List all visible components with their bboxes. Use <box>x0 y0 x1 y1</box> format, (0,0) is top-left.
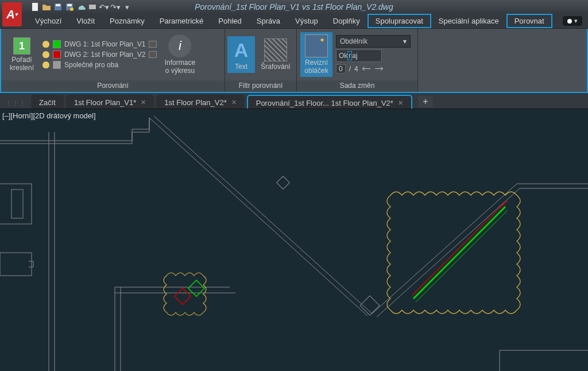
legend-dwg1[interactable]: DWG 1: 1st Floor Plan_V1 <box>42 40 157 48</box>
menu-specialni[interactable]: Speciální aplikace <box>431 14 506 28</box>
revcloud-button[interactable]: Revizníobláček <box>300 32 332 77</box>
qat-dropdown-icon[interactable]: ▾ <box>122 2 132 12</box>
shape-dropdown[interactable]: Obdélník▾ <box>336 35 411 48</box>
svg-rect-12 <box>188 280 204 296</box>
panel-title-filter: Filtr porovnání <box>225 80 296 92</box>
drawing-viewport[interactable]: [–][Horní][2D drátový model] <box>0 109 588 371</box>
swatch-grey[interactable] <box>53 61 61 69</box>
chevron-down-icon: ▾ <box>403 37 407 45</box>
menu-doplnky[interactable]: Doplňky <box>326 14 368 28</box>
file-tabs: ⋮⋮⋮ Začít 1st Floor Plan_V1*✕ 1st Floor … <box>0 93 588 109</box>
bulb-icon[interactable] <box>42 61 49 68</box>
hatch-icon <box>264 38 287 61</box>
change-counter: 0 <box>336 64 346 74</box>
svg-rect-2 <box>56 4 60 6</box>
file-tab-v2[interactable]: 1st Floor Plan_V2*✕ <box>156 95 244 109</box>
ribbon-compare: 1 Pořadíkreslení DWG 1: 1st Floor Plan_V… <box>0 29 588 93</box>
menu-pohled[interactable]: Pohled <box>211 14 249 28</box>
menu-poznamky[interactable]: Poznámky <box>102 14 152 28</box>
close-icon[interactable]: ✕ <box>141 99 146 106</box>
svg-line-14 <box>416 210 508 302</box>
svg-line-15 <box>412 203 504 295</box>
window-title: Porovnání_1st Floor Plan_V1 vs 1st Floor… <box>195 2 393 11</box>
legend-dwg1-label: DWG 1: 1st Floor Plan_V1 <box>64 40 145 48</box>
menu-porovnat[interactable]: Porovnat <box>506 14 552 28</box>
quick-access-toolbar: ↶▾ ↷▾ ▾ <box>30 2 132 12</box>
svg-rect-7 <box>11 190 23 218</box>
legend-dwg2-label: DWG 2: 1st Floor Plan_V2 <box>64 51 145 59</box>
drawing-info-button[interactable]: i Informaceo výkresu <box>161 34 198 75</box>
menu-spolupracovat[interactable]: Spolupracovat <box>368 14 431 28</box>
svg-line-13 <box>413 207 505 299</box>
menu-vystup[interactable]: Výstup <box>288 14 326 28</box>
title-bar: A▾ ↶▾ ↷▾ ▾ Porovnání_1st Floor Plan_V1 v… <box>0 0 588 14</box>
revcloud-icon <box>305 34 328 57</box>
new-tab-button[interactable]: + <box>418 96 433 107</box>
cloud-icon[interactable] <box>76 2 86 12</box>
app-logo[interactable]: A▾ <box>2 2 22 26</box>
svg-rect-6 <box>89 5 96 9</box>
menu-vychozi[interactable]: Výchozí <box>28 14 69 28</box>
close-icon[interactable]: ✕ <box>398 99 403 107</box>
login-pill[interactable]: ▾ <box>563 16 582 26</box>
text-filter-button[interactable]: A Text <box>227 36 255 73</box>
plot-icon[interactable] <box>87 2 98 12</box>
menu-parametricke[interactable]: Parametrické <box>152 14 211 28</box>
svg-rect-4 <box>67 4 72 6</box>
draw-order-icon: 1 <box>13 37 30 55</box>
menu-sprava[interactable]: Správa <box>249 14 288 28</box>
compare-legend: DWG 1: 1st Floor Plan_V1 DWG 2: 1st Floo… <box>42 40 157 69</box>
svg-point-5 <box>70 7 74 11</box>
prev-change-button[interactable]: 🡐 <box>362 64 371 74</box>
save-icon[interactable] <box>53 2 63 12</box>
legend-common[interactable]: Společné pro oba <box>42 61 157 69</box>
folder-icon[interactable] <box>149 51 157 58</box>
folder-icon[interactable] <box>149 41 157 48</box>
file-tab-compare[interactable]: Porovnání_1st Floor... 1st Floor Plan_V2… <box>247 95 412 109</box>
menu-bar: Výchozí Vložit Poznámky Parametrické Poh… <box>0 14 588 29</box>
new-icon[interactable] <box>30 2 40 12</box>
next-change-button[interactable]: 🡒 <box>374 64 384 74</box>
bulb-icon[interactable] <box>42 51 49 58</box>
hatch-filter-button[interactable]: Šrafování <box>257 38 294 71</box>
svg-rect-9 <box>277 176 290 190</box>
drawing-canvas <box>0 109 588 371</box>
tab-menu-icon[interactable]: ⋮⋮⋮ <box>5 100 31 109</box>
saveas-icon[interactable] <box>64 2 75 12</box>
undo-icon[interactable]: ↶▾ <box>99 2 109 12</box>
panel-title-compare: Porovnání <box>1 80 225 92</box>
change-nav: 0 / 4 🡐 🡒 <box>336 64 411 74</box>
swatch-green[interactable] <box>53 40 61 48</box>
file-tab-v1[interactable]: 1st Floor Plan_V1*✕ <box>66 95 154 109</box>
open-icon[interactable] <box>41 2 52 12</box>
viewport-label[interactable]: [–][Horní][2D drátový model] <box>2 111 96 120</box>
info-icon: i <box>168 34 191 57</box>
swatch-red[interactable] <box>53 51 61 59</box>
svg-line-16 <box>500 201 508 208</box>
menu-vlozit[interactable]: Vložit <box>69 14 102 28</box>
panel-title-changes: Sada změn <box>297 80 417 92</box>
svg-rect-8 <box>0 253 32 276</box>
legend-common-label: Společné pro oba <box>64 61 118 69</box>
file-tab-start[interactable]: Začít <box>31 95 64 109</box>
legend-dwg2[interactable]: DWG 2: 1st Floor Plan_V2 <box>42 51 157 59</box>
text-A-icon: A <box>230 38 253 61</box>
svg-rect-11 <box>175 288 191 304</box>
svg-rect-0 <box>32 3 38 11</box>
redo-icon[interactable]: ↷▾ <box>110 2 121 12</box>
bulb-icon[interactable] <box>42 41 49 48</box>
margin-input[interactable]: Okraj <box>336 49 382 62</box>
close-icon[interactable]: ✕ <box>231 99 237 106</box>
draw-order-button[interactable]: 1 Pořadíkreslení <box>6 37 38 72</box>
